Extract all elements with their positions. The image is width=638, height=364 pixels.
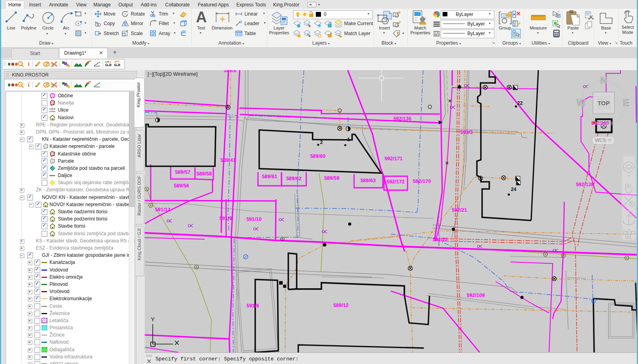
svg-text:591/9: 591/9	[219, 216, 232, 221]
svg-text:[−][Top][2D Wireframe]: [−][Top][2D Wireframe]	[148, 71, 197, 77]
svg-text:589/8: 589/8	[224, 70, 236, 73]
svg-text:592/21: 592/21	[452, 207, 467, 213]
svg-text:592/138: 592/138	[576, 182, 594, 187]
svg-text:22: 22	[517, 100, 523, 106]
svg-text:589/58: 589/58	[197, 171, 212, 177]
svg-text:589/62: 589/62	[286, 176, 301, 181]
svg-text:593/3: 593/3	[460, 130, 473, 135]
svg-text:589/12: 589/12	[333, 303, 349, 308]
svg-text:Y: Y	[151, 316, 155, 323]
svg-text:589/61: 589/61	[262, 174, 277, 179]
svg-text:i: i	[28, 81, 30, 88]
svg-text:i: i	[28, 61, 30, 67]
svg-text:GJI: GJI	[105, 63, 111, 67]
svg-text:589/63: 589/63	[360, 178, 376, 183]
svg-text:CEST: CEST	[49, 108, 56, 110]
svg-text:2: 2	[320, 140, 323, 145]
svg-text:589/60: 589/60	[310, 153, 325, 159]
svg-text:WCS: WCS	[595, 138, 606, 143]
svg-text:592/170: 592/170	[413, 179, 431, 184]
svg-text:589/57: 589/57	[175, 169, 190, 175]
svg-text:592/109: 592/109	[467, 293, 484, 298]
svg-text:592/172: 592/172	[386, 179, 404, 185]
svg-text:591/12: 591/12	[155, 207, 170, 212]
svg-text:24: 24	[511, 187, 516, 192]
svg-text:TOP: TOP	[598, 100, 610, 106]
svg-text:E: E	[623, 97, 629, 108]
svg-text:592/136: 592/136	[393, 116, 411, 122]
svg-text:589/59: 589/59	[324, 175, 339, 181]
svg-text:W: W	[577, 97, 586, 108]
svg-text:592/22: 592/22	[433, 237, 448, 242]
svg-text:GJI: GJI	[114, 63, 120, 67]
svg-text:592/171: 592/171	[384, 156, 402, 161]
svg-text:N: N	[600, 75, 607, 86]
svg-text:591/6: 591/6	[246, 303, 259, 309]
svg-text:1: 1	[347, 137, 350, 142]
svg-text:589/41: 589/41	[221, 157, 236, 163]
svg-text:591/10: 591/10	[246, 216, 262, 222]
svg-text:589/56: 589/56	[174, 183, 189, 189]
